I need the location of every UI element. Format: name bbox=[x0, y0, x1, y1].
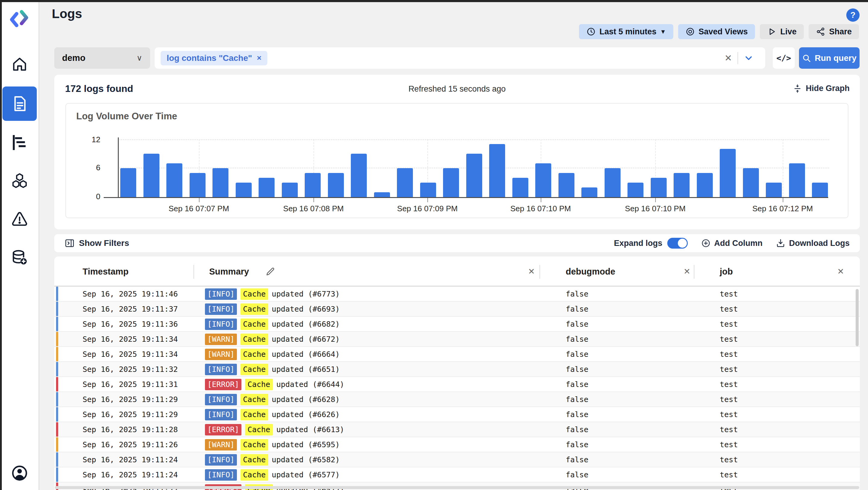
log-row[interactable]: Sep 16, 2025 19:11:28[ERROR]Cacheupdated… bbox=[54, 422, 860, 437]
log-row[interactable]: Sep 16, 2025 19:11:24[INFO]Cacheupdated … bbox=[54, 452, 860, 467]
saved-views-icon bbox=[685, 27, 695, 36]
log-row[interactable]: Sep 16, 2025 19:11:26[WARN]Cacheupdated … bbox=[54, 437, 860, 452]
chart-bar bbox=[120, 168, 136, 197]
chart-bar bbox=[789, 163, 805, 197]
log-debugmode: false bbox=[566, 317, 588, 332]
column-header-job[interactable]: job bbox=[720, 256, 733, 286]
column-header-timestamp[interactable]: Timestamp bbox=[83, 256, 129, 286]
chart-bar bbox=[766, 183, 782, 197]
chart-bar bbox=[489, 144, 505, 197]
log-row[interactable]: Sep 16, 2025 19:11:46[INFO]Cacheupdated … bbox=[54, 286, 860, 302]
sidebar-item-traces[interactable] bbox=[0, 132, 39, 152]
run-query-button[interactable]: Run query bbox=[799, 47, 860, 69]
source-select-value: demo bbox=[62, 53, 85, 63]
hide-graph-button[interactable]: Hide Graph bbox=[793, 84, 849, 93]
log-row[interactable]: Sep 16, 2025 19:11:24[INFO]Cacheupdated … bbox=[54, 467, 860, 483]
search-highlight: Cache bbox=[241, 303, 268, 315]
source-select[interactable]: demo ∨ bbox=[54, 47, 150, 69]
log-summary: [INFO]Cacheupdated (#6582) bbox=[205, 452, 340, 467]
column-divider bbox=[539, 265, 540, 279]
log-level-accent bbox=[56, 452, 58, 467]
x-axis-label: Sep 16 07:12 PM bbox=[752, 204, 813, 213]
search-highlight: Cache bbox=[245, 379, 273, 390]
remove-column-summary-icon[interactable]: ✕ bbox=[528, 256, 535, 286]
log-message: updated (#6626) bbox=[272, 407, 340, 422]
log-timestamp: Sep 16, 2025 19:11:36 bbox=[83, 317, 178, 332]
log-job: test bbox=[720, 407, 738, 422]
app-logo-icon[interactable] bbox=[8, 8, 31, 31]
sidebar-item-home[interactable] bbox=[0, 54, 39, 74]
x-axis-tickmark bbox=[427, 198, 428, 202]
log-level-accent bbox=[56, 407, 58, 422]
caret-down-icon: ▼ bbox=[660, 29, 666, 35]
x-axis-label: Sep 16 07:07 PM bbox=[168, 204, 229, 213]
code-view-button[interactable]: </> bbox=[773, 47, 795, 69]
chart-bar bbox=[697, 173, 713, 197]
sidebar-item-services[interactable] bbox=[0, 171, 39, 191]
chart-plot-area bbox=[120, 139, 828, 197]
sidebar-item-logs[interactable] bbox=[2, 87, 37, 121]
column-header-debugmode[interactable]: debugmode bbox=[566, 256, 615, 286]
expand-logs-label: Expand logs bbox=[614, 239, 662, 248]
live-button[interactable]: Live bbox=[760, 24, 804, 39]
log-level-accent bbox=[56, 286, 58, 301]
log-row[interactable]: Sep 16, 2025 19:11:34[WARN]Cacheupdated … bbox=[54, 347, 860, 362]
log-message: updated (#6651) bbox=[272, 362, 340, 377]
vertical-scrollbar[interactable] bbox=[856, 289, 859, 346]
log-row[interactable]: Sep 16, 2025 19:11:29[INFO]Cacheupdated … bbox=[54, 407, 860, 422]
x-axis-label: Sep 16 07:10 PM bbox=[625, 204, 686, 213]
log-level-chip: [INFO] bbox=[205, 364, 237, 375]
log-row[interactable]: Sep 16, 2025 19:11:37[INFO]Cacheupdated … bbox=[54, 302, 860, 317]
log-row[interactable]: Sep 16, 2025 19:11:29[INFO]Cacheupdated … bbox=[54, 392, 860, 407]
log-summary: [INFO]Cacheupdated (#6628) bbox=[205, 392, 340, 407]
download-logs-button[interactable]: Download Logs bbox=[776, 238, 849, 248]
edit-column-icon[interactable] bbox=[265, 266, 276, 277]
log-debugmode: false bbox=[566, 302, 588, 317]
sidebar-item-account[interactable] bbox=[0, 463, 39, 483]
alerts-icon bbox=[11, 210, 28, 228]
chart-bars bbox=[120, 139, 828, 197]
log-level-chip: [INFO] bbox=[205, 288, 237, 300]
add-column-button[interactable]: Add Column bbox=[701, 238, 763, 248]
time-range-label: Last 5 minutes bbox=[599, 27, 656, 36]
filter-chip[interactable]: log contains "Cache" × bbox=[161, 51, 267, 65]
add-column-label: Add Column bbox=[714, 239, 763, 248]
sidebar-item-alerts[interactable] bbox=[0, 209, 39, 229]
remove-column-job-icon[interactable]: ✕ bbox=[837, 256, 844, 286]
filter-chip-close-icon[interactable]: × bbox=[257, 53, 261, 63]
expand-logs-toggle[interactable] bbox=[667, 238, 688, 249]
log-message: updated (#6773) bbox=[272, 286, 340, 302]
column-divider bbox=[193, 265, 194, 279]
show-filters-button[interactable]: Show Filters bbox=[64, 238, 129, 248]
logs-table: Timestamp Summary ✕ debugmode ✕ job ✕ Se… bbox=[54, 256, 860, 490]
x-axis-label: Sep 16 07:09 PM bbox=[397, 204, 458, 213]
share-button[interactable]: Share bbox=[809, 24, 859, 39]
log-message: updated (#6577) bbox=[272, 467, 340, 483]
horizontal-scrollbar[interactable] bbox=[55, 486, 859, 489]
help-button[interactable]: ? bbox=[846, 8, 860, 22]
log-row[interactable]: Sep 16, 2025 19:11:32[INFO]Cacheupdated … bbox=[54, 362, 860, 377]
add-datasource-icon bbox=[11, 249, 28, 266]
chart-bar bbox=[604, 168, 621, 197]
app-window: Logs ? Last 5 minutes ▼ Saved Views Live… bbox=[0, 0, 868, 490]
log-summary: [WARN]Cacheupdated (#6672) bbox=[205, 332, 340, 347]
plus-circle-icon bbox=[701, 238, 711, 248]
log-row[interactable]: Sep 16, 2025 19:11:31[ERROR]Cacheupdated… bbox=[54, 377, 860, 392]
chart-bar bbox=[305, 173, 321, 197]
toggle-knob bbox=[678, 239, 687, 248]
remove-column-debugmode-icon[interactable]: ✕ bbox=[684, 256, 690, 286]
log-level-chip: [ERROR] bbox=[205, 379, 241, 390]
chart-bar bbox=[213, 168, 228, 197]
log-row[interactable]: Sep 16, 2025 19:11:34[WARN]Cacheupdated … bbox=[54, 332, 860, 347]
log-row[interactable]: Sep 16, 2025 19:11:36[INFO]Cacheupdated … bbox=[54, 317, 860, 332]
x-axis-label: Sep 16 07:08 PM bbox=[283, 204, 344, 213]
query-expand-button[interactable] bbox=[738, 53, 759, 63]
services-icon bbox=[11, 172, 28, 189]
clock-icon bbox=[586, 27, 596, 36]
saved-views-button[interactable]: Saved Views bbox=[678, 24, 755, 39]
clear-query-icon[interactable]: ✕ bbox=[719, 53, 738, 63]
sidebar-item-add-datasource[interactable] bbox=[0, 248, 39, 268]
column-header-summary[interactable]: Summary bbox=[209, 256, 249, 286]
log-level-accent bbox=[56, 332, 58, 346]
time-range-button[interactable]: Last 5 minutes ▼ bbox=[579, 24, 673, 39]
